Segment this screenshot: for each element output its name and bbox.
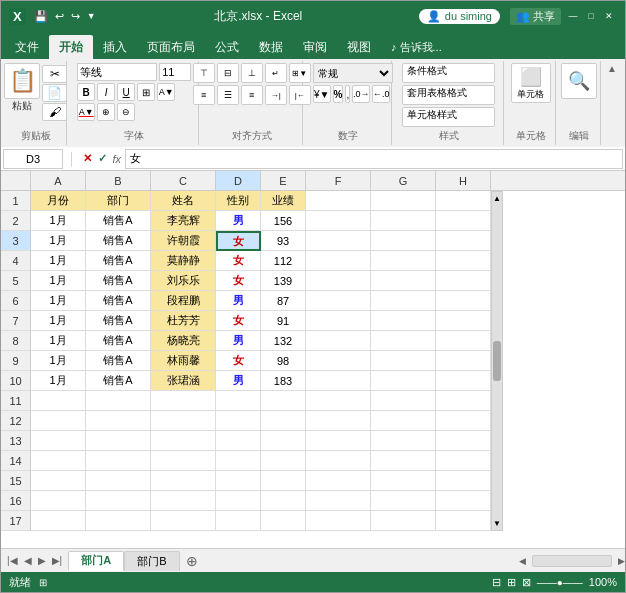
font-size-input[interactable] [159, 63, 191, 81]
cell-f5[interactable] [306, 271, 371, 291]
row-num-7[interactable]: 7 [1, 311, 30, 331]
cell-d2[interactable]: 男 [216, 211, 261, 231]
share-button[interactable]: 👥 共享 [510, 8, 561, 25]
tab-help[interactable]: ♪ 告诉我... [381, 35, 452, 59]
scroll-thumb[interactable] [493, 341, 501, 381]
cell-h15[interactable] [436, 471, 491, 491]
cancel-formula-btn[interactable]: ✕ [81, 152, 94, 165]
row-num-9[interactable]: 9 [1, 351, 30, 371]
cell-h5[interactable] [436, 271, 491, 291]
cell-h2[interactable] [436, 211, 491, 231]
horizontal-scrollbar[interactable] [532, 555, 612, 567]
cell-a7[interactable]: 1月 [31, 311, 86, 331]
fill-color-button[interactable]: A▼ [157, 83, 175, 101]
cell-g5[interactable] [371, 271, 436, 291]
cell-e6[interactable]: 87 [261, 291, 306, 311]
cell-f1[interactable] [306, 191, 371, 211]
cell-c4[interactable]: 莫静静 [151, 251, 216, 271]
comma-btn[interactable]: , [345, 85, 350, 103]
row-num-2[interactable]: 2 [1, 211, 30, 231]
cell-a14[interactable] [31, 451, 86, 471]
paste-button[interactable]: 📋 [4, 63, 40, 99]
cell-a13[interactable] [31, 431, 86, 451]
col-header-f[interactable]: F [306, 171, 371, 190]
left-align-btn[interactable]: ≡ [193, 85, 215, 105]
hscroll-right-btn[interactable]: ▶ [618, 556, 625, 566]
cell-g13[interactable] [371, 431, 436, 451]
bold-button[interactable]: B [77, 83, 95, 101]
cell-b3[interactable]: 销售A [86, 231, 151, 251]
font-color-button[interactable]: A▼ [77, 103, 95, 121]
font-name-input[interactable] [77, 63, 157, 81]
cell-button[interactable]: ⬜ 单元格 [511, 63, 551, 103]
row-num-17[interactable]: 17 [1, 511, 30, 531]
cell-g16[interactable] [371, 491, 436, 511]
cell-f3[interactable] [306, 231, 371, 251]
cell-e3[interactable]: 93 [261, 231, 306, 251]
maximize-btn[interactable]: □ [583, 8, 599, 24]
cell-g8[interactable] [371, 331, 436, 351]
cell-h7[interactable] [436, 311, 491, 331]
row-num-12[interactable]: 12 [1, 411, 30, 431]
cell-c13[interactable] [151, 431, 216, 451]
cell-e7[interactable]: 91 [261, 311, 306, 331]
cell-a9[interactable]: 1月 [31, 351, 86, 371]
cell-g2[interactable] [371, 211, 436, 231]
scroll-up-btn[interactable]: ▲ [493, 194, 501, 203]
cell-d11[interactable] [216, 391, 261, 411]
cell-g6[interactable] [371, 291, 436, 311]
cell-h17[interactable] [436, 511, 491, 531]
cell-e12[interactable] [261, 411, 306, 431]
tab-review[interactable]: 审阅 [293, 35, 337, 59]
cell-c10[interactable]: 张珺涵 [151, 371, 216, 391]
cell-b17[interactable] [86, 511, 151, 531]
cell-b14[interactable] [86, 451, 151, 471]
cell-d17[interactable] [216, 511, 261, 531]
fx-button[interactable]: fx [111, 153, 124, 165]
percent-btn[interactable]: % [333, 85, 344, 103]
cell-h3[interactable] [436, 231, 491, 251]
cell-a8[interactable]: 1月 [31, 331, 86, 351]
cell-e15[interactable] [261, 471, 306, 491]
row-num-14[interactable]: 14 [1, 451, 30, 471]
cell-d13[interactable] [216, 431, 261, 451]
cell-b12[interactable] [86, 411, 151, 431]
row-num-5[interactable]: 5 [1, 271, 30, 291]
cell-c6[interactable]: 段程鹏 [151, 291, 216, 311]
cell-h4[interactable] [436, 251, 491, 271]
cell-g3[interactable] [371, 231, 436, 251]
col-header-c[interactable]: C [151, 171, 216, 190]
cell-f4[interactable] [306, 251, 371, 271]
tab-file[interactable]: 文件 [5, 35, 49, 59]
col-header-g[interactable]: G [371, 171, 436, 190]
cell-a6[interactable]: 1月 [31, 291, 86, 311]
tab-view[interactable]: 视图 [337, 35, 381, 59]
cell-c16[interactable] [151, 491, 216, 511]
cell-e2[interactable]: 156 [261, 211, 306, 231]
right-align-btn[interactable]: ≡ [241, 85, 263, 105]
cell-h16[interactable] [436, 491, 491, 511]
cell-f13[interactable] [306, 431, 371, 451]
cell-f10[interactable] [306, 371, 371, 391]
row-num-3[interactable]: 3 [1, 231, 30, 251]
cell-b11[interactable] [86, 391, 151, 411]
cell-c7[interactable]: 杜芳芳 [151, 311, 216, 331]
cell-c17[interactable] [151, 511, 216, 531]
search-button[interactable]: 🔍 [561, 63, 597, 99]
cell-g7[interactable] [371, 311, 436, 331]
sheet-nav-last[interactable]: ▶| [50, 555, 65, 566]
zoom-slider[interactable]: ——●—— [537, 577, 583, 588]
cell-a10[interactable]: 1月 [31, 371, 86, 391]
cell-b7[interactable]: 销售A [86, 311, 151, 331]
cell-d8[interactable]: 男 [216, 331, 261, 351]
col-header-e[interactable]: E [261, 171, 306, 190]
confirm-formula-btn[interactable]: ✓ [96, 152, 109, 165]
cell-f12[interactable] [306, 411, 371, 431]
row-num-4[interactable]: 4 [1, 251, 30, 271]
cell-f15[interactable] [306, 471, 371, 491]
cell-c11[interactable] [151, 391, 216, 411]
scroll-down-btn[interactable]: ▼ [493, 519, 501, 528]
cell-d16[interactable] [216, 491, 261, 511]
formula-input[interactable] [125, 149, 623, 169]
sheet-nav-prev[interactable]: ◀ [22, 555, 34, 566]
